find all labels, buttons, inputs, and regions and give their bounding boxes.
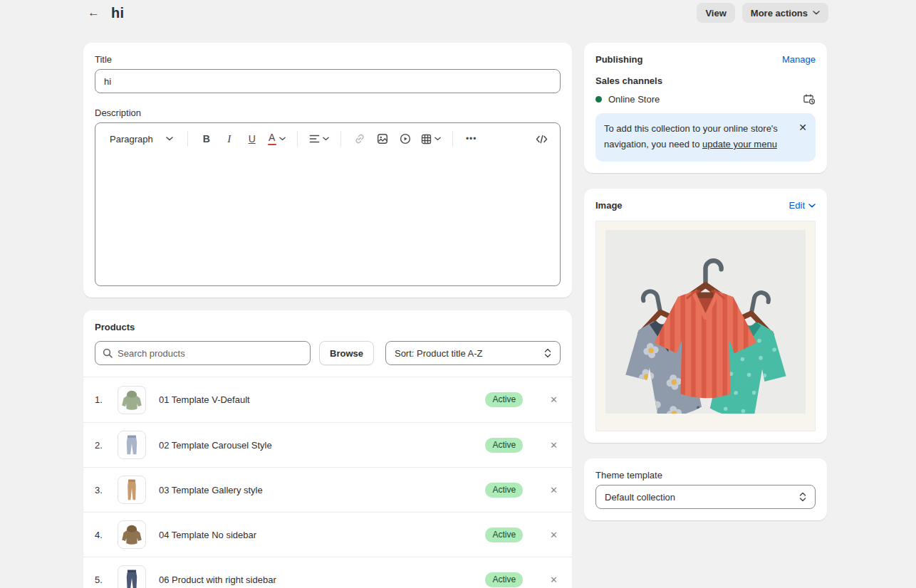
text-color-icon: A: [268, 132, 276, 145]
product-row: 4. 04 Template No sidebar Active ✕: [83, 512, 572, 557]
underline-icon: U: [249, 133, 256, 145]
link-icon: [354, 133, 365, 145]
alignment-button[interactable]: [306, 129, 332, 149]
table-icon: [421, 134, 432, 145]
publishing-heading: Publishing: [595, 54, 642, 65]
channel-name: Online Store: [608, 94, 660, 105]
row-index: 5.: [95, 574, 110, 585]
underline-button[interactable]: U: [242, 129, 262, 149]
product-image: [118, 476, 145, 504]
remove-product-button[interactable]: ✕: [550, 485, 558, 495]
product-image: [118, 386, 145, 414]
title-label: Title: [95, 54, 561, 65]
italic-button[interactable]: I: [219, 129, 239, 149]
title-input[interactable]: [95, 69, 561, 93]
product-search[interactable]: [95, 341, 311, 365]
more-icon: •••: [466, 134, 477, 144]
image-card: Image Edit: [584, 189, 827, 443]
product-thumbnail: [118, 431, 146, 459]
update-menu-link[interactable]: update your menu: [702, 139, 777, 149]
banner-close-button[interactable]: ✕: [798, 121, 807, 134]
status-badge: Active: [485, 483, 523, 498]
link-button[interactable]: [350, 129, 370, 149]
close-icon: ✕: [550, 574, 558, 585]
chevron-down-icon: [166, 137, 173, 141]
row-index: 4.: [95, 530, 110, 540]
product-thumbnail: [118, 565, 146, 588]
chevron-down-icon: [808, 204, 816, 208]
code-view-button[interactable]: [531, 129, 551, 149]
image-icon: [377, 133, 388, 145]
collection-image[interactable]: [595, 221, 816, 431]
remove-product-button[interactable]: ✕: [550, 574, 558, 585]
insert-table-button[interactable]: [418, 129, 444, 149]
chevron-down-icon: [279, 137, 286, 141]
close-icon: ✕: [550, 394, 558, 405]
product-title: 02 Template Carousel Style: [159, 440, 272, 451]
image-heading: Image: [595, 200, 623, 211]
schedule-calendar-icon[interactable]: [803, 93, 816, 105]
chevron-down-icon: [323, 137, 329, 141]
product-row: 1. 01 Template V-Default Active ✕: [83, 377, 572, 422]
product-thumbnail: [118, 520, 146, 549]
video-icon: [400, 133, 411, 145]
title-description-card: Title Description Paragraph B I U: [83, 43, 572, 298]
theme-template-label: Theme template: [595, 470, 816, 481]
product-title: 04 Template No sidebar: [159, 530, 256, 540]
edit-image-link[interactable]: Edit: [789, 200, 816, 211]
product-row: 3. 03 Template Gallery style Active ✕: [83, 467, 572, 512]
updown-chevron-icon: [799, 492, 806, 502]
status-badge: Active: [485, 527, 523, 542]
more-actions-button[interactable]: More actions: [742, 3, 828, 23]
row-index: 2.: [95, 440, 110, 451]
text-color-button[interactable]: A: [265, 129, 288, 149]
product-title: 06 Product with right sidebar: [159, 574, 276, 585]
close-icon: ✕: [798, 122, 807, 133]
remove-product-button[interactable]: ✕: [550, 394, 558, 405]
browse-button[interactable]: Browse: [319, 341, 374, 365]
bold-button[interactable]: B: [197, 129, 217, 149]
theme-template-select[interactable]: Default collection: [595, 485, 816, 509]
code-icon: [536, 135, 548, 144]
alignment-icon: [309, 135, 320, 143]
product-thumbnail: [118, 476, 146, 504]
back-button[interactable]: ←: [83, 4, 104, 21]
page-header: ← hi View More actions: [0, 0, 916, 26]
sort-select[interactable]: Sort: Product title A-Z: [385, 341, 561, 365]
page-title: hi: [111, 5, 124, 21]
row-index: 3.: [95, 485, 110, 495]
products-card: Products Browse Sort: Product title A-Z: [83, 310, 572, 588]
insert-video-button[interactable]: [395, 129, 415, 149]
status-dot: [595, 96, 602, 103]
manage-link[interactable]: Manage: [782, 54, 816, 65]
theme-template-card: Theme template Default collection: [584, 458, 827, 520]
product-row: 5. 06 Product with right sidebar Active …: [83, 557, 572, 588]
paragraph-style-dropdown[interactable]: Paragraph: [104, 129, 179, 149]
view-button[interactable]: View: [697, 3, 734, 23]
bold-icon: B: [203, 133, 210, 145]
more-formatting-button[interactable]: •••: [462, 129, 482, 149]
description-textarea[interactable]: [95, 154, 560, 285]
publishing-card: Publishing Manage Sales channels Online …: [584, 43, 827, 173]
close-icon: ✕: [550, 440, 558, 451]
close-icon: ✕: [550, 485, 558, 495]
product-image: [118, 431, 145, 459]
row-index: 1.: [95, 394, 110, 405]
product-title: 01 Template V-Default: [159, 394, 250, 405]
chevron-down-icon: [434, 137, 441, 141]
description-label: Description: [95, 107, 561, 118]
banner-text: To add this collection to your online st…: [604, 121, 793, 152]
remove-product-button[interactable]: ✕: [550, 530, 558, 540]
info-banner: To add this collection to your online st…: [595, 113, 816, 162]
rich-text-editor: Paragraph B I U A: [95, 122, 561, 286]
search-icon: [103, 348, 113, 358]
editor-toolbar: Paragraph B I U A: [95, 123, 560, 154]
chevron-down-icon: [813, 11, 820, 15]
italic-icon: I: [227, 133, 231, 145]
close-icon: ✕: [550, 530, 558, 540]
product-image: [118, 520, 145, 549]
insert-image-button[interactable]: [373, 129, 392, 149]
shirts-illustration-image: [605, 230, 806, 414]
search-input[interactable]: [118, 348, 303, 359]
remove-product-button[interactable]: ✕: [550, 440, 558, 451]
